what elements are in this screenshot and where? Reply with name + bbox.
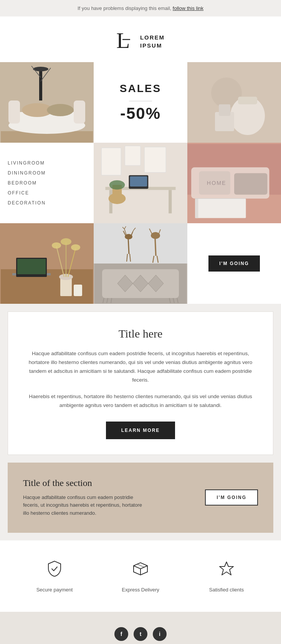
svg-rect-26 bbox=[169, 190, 172, 213]
hero-grid: SALES -50% bbox=[0, 62, 281, 143]
text-section: Title here Hacque adfabilitate confisus … bbox=[0, 304, 281, 463]
svg-rect-19 bbox=[219, 104, 230, 116]
email-wrapper: If you have problems displaying this ema… bbox=[0, 0, 281, 644]
feature-express-delivery: Express Delivery bbox=[98, 560, 183, 593]
mid-section: LIVINGROOM DININGROOM BEDROOM OFFICE DEC… bbox=[0, 143, 281, 223]
feature-express-delivery-label: Express Delivery bbox=[98, 587, 183, 593]
feature-satisfied-clients-label: Satisfied clients bbox=[183, 587, 269, 593]
nav-diningroom[interactable]: DININGROOM bbox=[8, 170, 86, 176]
desk-image bbox=[94, 143, 187, 223]
svg-point-51 bbox=[52, 242, 61, 249]
blanket-image bbox=[94, 264, 187, 304]
nav-livingroom[interactable]: LIVINGROOM bbox=[8, 160, 86, 166]
hero-section: SALES -50% bbox=[0, 62, 281, 143]
twitter-icon[interactable]: t bbox=[134, 627, 147, 641]
header: L LOREM IPSUM bbox=[0, 16, 281, 62]
cta-box: Title of the section Hacque adfabilitate… bbox=[8, 463, 273, 533]
cta-title: Title of the section bbox=[23, 478, 146, 488]
feature-satisfied-clients: Satisfied clients bbox=[183, 560, 269, 593]
nav-decoration[interactable]: DECORATION bbox=[8, 200, 86, 206]
laptop-image bbox=[0, 223, 94, 304]
sales-percent: -50% bbox=[120, 104, 161, 123]
svg-rect-22 bbox=[125, 146, 140, 165]
preheader-text: If you have problems displaying this ema… bbox=[78, 5, 171, 11]
svg-point-52 bbox=[61, 238, 71, 245]
cta-button[interactable]: I'M GOING bbox=[205, 489, 258, 506]
logo-icon: L bbox=[116, 28, 136, 51]
nav-column: LIVINGROOM DININGROOM BEDROOM OFFICE DEC… bbox=[0, 143, 94, 223]
svg-rect-55 bbox=[94, 223, 187, 264]
svg-line-56 bbox=[128, 239, 129, 254]
svg-point-53 bbox=[71, 244, 80, 250]
box-icon bbox=[98, 560, 183, 581]
deer-image bbox=[94, 223, 187, 264]
shield-icon bbox=[12, 560, 98, 581]
svg-line-67 bbox=[155, 238, 156, 256]
cta-section: Title of the section Hacque adfabilitate… bbox=[0, 463, 281, 540]
pillows-image: HOME bbox=[187, 143, 281, 223]
svg-rect-37 bbox=[195, 199, 246, 218]
sofa-image bbox=[0, 62, 94, 143]
bottom-grid: I'M GOING bbox=[0, 223, 281, 304]
svg-rect-28 bbox=[130, 176, 147, 186]
cta-description: Hacque adfabilitate confisus cum eadem p… bbox=[23, 494, 146, 517]
logo-text: LOREM IPSUM bbox=[140, 33, 165, 49]
instagram-icon[interactable]: i bbox=[153, 627, 167, 641]
preheader-link[interactable]: follow this link bbox=[173, 5, 203, 11]
svg-rect-23 bbox=[144, 147, 166, 172]
svg-rect-45 bbox=[17, 259, 46, 274]
center-images bbox=[94, 223, 187, 304]
svg-rect-38 bbox=[195, 199, 198, 218]
svg-point-9 bbox=[47, 104, 74, 116]
cta-text: Title of the section Hacque adfabilitate… bbox=[23, 478, 146, 517]
svg-rect-6 bbox=[8, 100, 20, 124]
preheader: If you have problems displaying this ema… bbox=[0, 0, 281, 16]
logo-symbol: L bbox=[116, 28, 136, 54]
features-section: Secure payment Express Delivery Satisfi bbox=[0, 540, 281, 612]
star-icon bbox=[183, 560, 269, 581]
svg-rect-36 bbox=[234, 173, 267, 195]
svg-rect-17 bbox=[238, 97, 257, 104]
nav-office[interactable]: OFFICE bbox=[8, 190, 86, 196]
nav-bedroom[interactable]: BEDROOM bbox=[8, 180, 86, 186]
logo: L LOREM IPSUM bbox=[116, 28, 165, 54]
learn-more-button[interactable]: LEARN MORE bbox=[106, 422, 175, 439]
social-icons: f t i bbox=[12, 627, 269, 641]
text-box-paragraph2: Haerebis et repentinus, hortatore illo h… bbox=[27, 392, 254, 410]
feature-secure-payment-label: Secure payment bbox=[12, 587, 98, 593]
feature-secure-payment: Secure payment bbox=[12, 560, 98, 593]
text-box-title: Title here bbox=[27, 327, 254, 340]
sales-label: SALES bbox=[120, 82, 161, 95]
text-box: Title here Hacque adfabilitate confisus … bbox=[8, 311, 273, 455]
svg-text:HOME: HOME bbox=[207, 180, 226, 186]
svg-rect-7 bbox=[74, 100, 85, 124]
svg-marker-82 bbox=[220, 562, 233, 575]
sales-divider bbox=[129, 101, 152, 101]
svg-point-31 bbox=[109, 180, 125, 189]
im-going-cell: I'M GOING bbox=[187, 223, 281, 304]
vase-image bbox=[187, 62, 281, 143]
facebook-icon[interactable]: f bbox=[114, 627, 128, 641]
svg-rect-21 bbox=[101, 148, 121, 175]
im-going-button[interactable]: I'M GOING bbox=[208, 255, 260, 272]
hero-center: SALES -50% bbox=[94, 62, 187, 143]
footer-section: f t i LOREM IPSUM 1 avenue des Champs Él… bbox=[0, 612, 281, 644]
text-box-paragraph1: Hacque adfabilitate confisus cum eadem p… bbox=[27, 349, 254, 385]
svg-rect-54 bbox=[74, 285, 82, 296]
svg-rect-10 bbox=[39, 70, 42, 100]
